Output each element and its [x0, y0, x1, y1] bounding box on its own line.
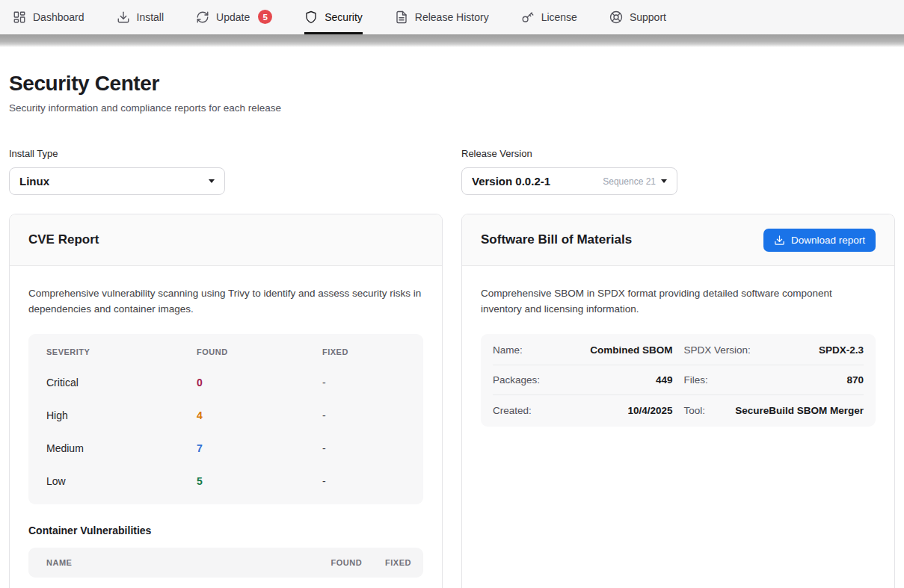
refresh-icon — [196, 10, 209, 24]
filters-row: Install Type Linux Release Version Versi… — [9, 148, 895, 195]
sbom-details-panel: Name: Combined SBOM SPDX Version: SPDX-2… — [481, 334, 876, 427]
nav-item-license[interactable]: License — [521, 0, 577, 34]
field-value: SecureBuild SBOM Merger — [735, 405, 864, 416]
release-sequence-text: Sequence 21 — [603, 176, 656, 187]
sbom-field-name: Name: Combined SBOM — [493, 344, 684, 356]
found-value: 7 — [197, 442, 322, 454]
sbom-card-title: Software Bill of Materials — [481, 232, 632, 247]
nav-item-install[interactable]: Install — [117, 0, 164, 34]
found-value: 0 — [197, 377, 322, 389]
table-row-low: Low 5 - — [46, 465, 405, 498]
container-vulnerabilities-header: NAME FOUND FIXED — [28, 548, 423, 578]
key-icon — [521, 10, 535, 24]
field-label: Name: — [493, 344, 523, 356]
field-label: Files: — [684, 374, 708, 386]
severity-table-header: SEVERITY FOUND FIXED — [46, 338, 405, 366]
field-value: SPDX-2.3 — [819, 344, 864, 356]
found-value: 5 — [197, 475, 322, 487]
severity-label: Critical — [46, 377, 197, 389]
col-found: FOUND — [330, 558, 362, 567]
main-content: Security Center Security information and… — [0, 72, 904, 588]
sbom-field-created: Created: 10/4/2025 — [493, 405, 684, 416]
cve-report-card: CVE Report Comprehensive vulnerability s… — [9, 214, 443, 588]
install-type-value: Linux — [19, 175, 49, 188]
sbom-field-packages: Packages: 449 — [493, 374, 684, 386]
sbom-field-tool: Tool: SecureBuild SBOM Merger — [684, 405, 864, 416]
field-label: Tool: — [684, 405, 706, 416]
container-vulnerabilities-title: Container Vulnerabilities — [28, 524, 423, 536]
cve-card-body: Comprehensive vulnerability scanning usi… — [10, 266, 442, 588]
fixed-value: - — [322, 442, 405, 454]
page-subtitle: Security information and compliance repo… — [9, 102, 895, 114]
cve-card-title: CVE Report — [28, 232, 99, 247]
sbom-field-spdx-version: SPDX Version: SPDX-2.3 — [684, 344, 864, 356]
nav-label: Update — [216, 11, 250, 23]
nav-label: Support — [630, 11, 666, 23]
update-count-badge: 5 — [258, 10, 272, 24]
nav-item-update[interactable]: Update 5 — [196, 0, 272, 34]
sbom-card-header: Software Bill of Materials Download repo… — [462, 214, 894, 266]
sbom-field-files: Files: 870 — [684, 374, 864, 386]
severity-label: High — [46, 409, 197, 421]
download-report-button[interactable]: Download report — [763, 229, 876, 252]
col-fixed: FIXED — [385, 558, 411, 567]
dashboard-icon — [13, 10, 26, 24]
found-value: 4 — [197, 409, 322, 421]
sbom-row-1: Name: Combined SBOM SPDX Version: SPDX-2… — [493, 335, 864, 365]
install-type-filter: Install Type Linux — [9, 148, 443, 195]
shield-icon — [304, 10, 318, 24]
install-type-select[interactable]: Linux — [9, 167, 225, 195]
cards-row: CVE Report Comprehensive vulnerability s… — [9, 214, 895, 588]
page-title: Security Center — [9, 72, 895, 96]
cve-card-header: CVE Report — [10, 214, 442, 266]
lifebuoy-icon — [609, 10, 623, 24]
nav-label: Security — [325, 11, 363, 23]
top-nav: Dashboard Install Update 5 Security Rele… — [0, 0, 904, 34]
nav-item-support[interactable]: Support — [609, 0, 666, 34]
chevron-down-icon — [209, 179, 215, 183]
sbom-card: Software Bill of Materials Download repo… — [461, 214, 895, 588]
severity-label: Medium — [46, 442, 197, 454]
nav-label: Dashboard — [33, 11, 84, 23]
document-icon — [395, 10, 408, 24]
header-shadow-band — [0, 34, 904, 47]
sbom-description: Comprehensive SBOM in SPDX format provid… — [481, 285, 876, 317]
download-icon — [774, 235, 785, 246]
field-label: Packages: — [493, 374, 540, 386]
field-label: SPDX Version: — [684, 344, 751, 356]
fixed-value: - — [322, 475, 405, 487]
field-value: 10/4/2025 — [627, 405, 672, 416]
nav-item-dashboard[interactable]: Dashboard — [13, 0, 84, 34]
col-fixed: FIXED — [322, 347, 405, 356]
nav-item-security[interactable]: Security — [304, 0, 363, 34]
chevron-down-icon — [661, 179, 667, 183]
fixed-value: - — [322, 377, 405, 389]
col-name: NAME — [46, 558, 330, 567]
release-version-label: Release Version — [461, 148, 895, 159]
install-type-label: Install Type — [9, 148, 443, 159]
release-version-filter: Release Version Version 0.0.2-1 Sequence… — [461, 148, 895, 195]
cve-description: Comprehensive vulnerability scanning usi… — [28, 285, 423, 317]
sbom-row-3: Created: 10/4/2025 Tool: SecureBuild SBO… — [493, 395, 864, 425]
table-row-medium: Medium 7 - — [46, 432, 405, 465]
download-icon — [117, 10, 130, 24]
nav-label: License — [541, 11, 577, 23]
severity-table: SEVERITY FOUND FIXED Critical 0 - High 4… — [28, 334, 423, 504]
field-label: Created: — [493, 405, 532, 416]
field-value: Combined SBOM — [590, 344, 672, 356]
release-version-select[interactable]: Version 0.0.2-1 Sequence 21 — [461, 167, 677, 195]
nav-item-release-history[interactable]: Release History — [395, 0, 489, 34]
sbom-row-2: Packages: 449 Files: 870 — [493, 365, 864, 395]
nav-label: Install — [137, 11, 164, 23]
severity-label: Low — [46, 475, 197, 487]
sbom-card-body: Comprehensive SBOM in SPDX format provid… — [462, 266, 894, 446]
fixed-value: - — [322, 409, 405, 421]
field-value: 870 — [846, 374, 864, 386]
download-report-label: Download report — [791, 235, 865, 246]
table-row-critical: Critical 0 - — [46, 366, 405, 399]
table-row-high: High 4 - — [46, 399, 405, 432]
release-version-value: Version 0.0.2-1 — [472, 175, 550, 188]
col-found: FOUND — [197, 347, 322, 356]
col-severity: SEVERITY — [46, 347, 197, 356]
field-value: 449 — [656, 374, 673, 386]
